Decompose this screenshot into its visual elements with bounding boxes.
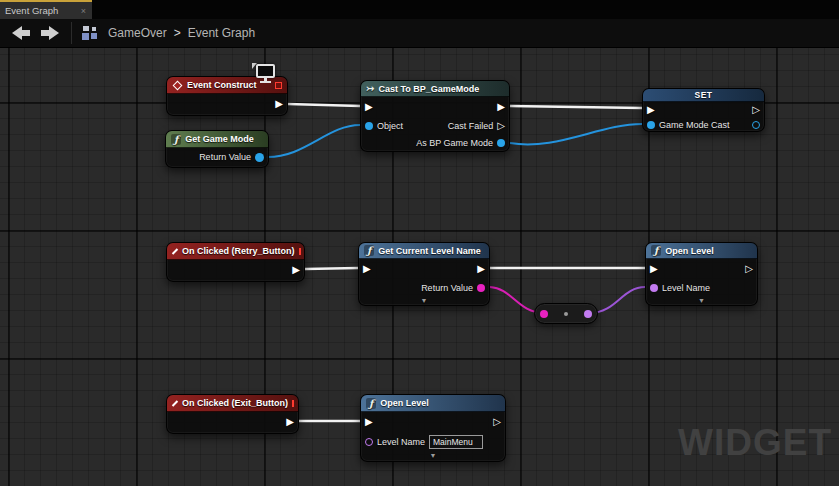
exec-in-pin[interactable]: ▶ [647, 105, 655, 115]
blueprint-icon [82, 26, 99, 41]
object-in-pin[interactable] [365, 122, 373, 130]
pin-label: Return Value [421, 283, 473, 293]
string-out-pin[interactable] [477, 284, 485, 292]
node-title: Get Game Mode [185, 134, 263, 144]
object-out-pin[interactable] [497, 139, 505, 147]
event-icon [172, 248, 178, 254]
node-title: Open Level [380, 398, 500, 408]
node-title: SET [694, 90, 712, 100]
exec-in-pin[interactable]: ▶ [363, 264, 371, 274]
pin-label: Object [377, 121, 403, 131]
collapse-arrow-icon[interactable]: ▼ [698, 297, 705, 305]
name-in-pin[interactable] [650, 284, 658, 292]
object-wire-getgamemode-cast[interactable] [266, 125, 360, 157]
chevron-right-icon: > [174, 26, 181, 40]
delegate-icon[interactable] [299, 248, 301, 255]
level-name-input[interactable] [429, 435, 483, 449]
node-title: Open Level [665, 246, 752, 256]
node-header: SET [643, 89, 764, 102]
node-open-level-retry[interactable]: ƒ Open Level ▶ ▷ Level Name ▼ [645, 242, 758, 306]
exec-in-pin[interactable]: ▶ [365, 417, 373, 427]
graph-toolbar: GameOver > Event Graph [0, 19, 839, 48]
tab-bar: Event Graph × [0, 0, 839, 19]
string-in-pin[interactable] [540, 310, 548, 318]
node-header: ↣ Cast To BP_GameMode [361, 81, 509, 97]
toolbar-divider [71, 22, 72, 44]
exec-wire-cast-set[interactable] [510, 106, 642, 108]
function-icon: ƒ [364, 245, 374, 256]
exec-in-pin[interactable]: ▶ [650, 264, 658, 274]
exec-out-pin[interactable]: ▶ [292, 265, 300, 275]
pin-label: Cast Failed [448, 121, 494, 131]
monitor-cursor-icon [252, 63, 278, 87]
collapse-arrow-icon[interactable]: ▼ [430, 452, 437, 460]
exec-out-pin[interactable]: ▶ [286, 417, 294, 427]
pin-label: Level Name [377, 437, 425, 447]
exec-out-pin[interactable]: ▶ [477, 264, 485, 274]
node-on-clicked-exit[interactable]: On Clicked (Exit_Button) ▶ [166, 394, 299, 434]
pin-label: Game Mode Cast [659, 120, 730, 130]
node-header: ƒ Open Level [361, 395, 505, 412]
exec-out-pin[interactable]: ▶ [275, 99, 283, 109]
node-set-game-mode-cast[interactable]: SET ▶ ▷ Game Mode Cast [642, 88, 765, 132]
node-open-level-exit[interactable]: ƒ Open Level ▶ ▷ Level Name ▼ [360, 394, 506, 462]
blueprint-editor: Event Construct ▶ ƒ Get Game Mode Return… [0, 0, 839, 486]
node-title: Get Current Level Name [378, 246, 484, 256]
node-header: On Clicked (Exit_Button) [167, 395, 298, 412]
pin-label: As BP Game Mode [416, 138, 493, 148]
breadcrumb-root[interactable]: GameOver [108, 26, 167, 40]
name-wire-reroute-levelname[interactable] [590, 287, 645, 313]
exec-out-pin[interactable]: ▷ [745, 264, 753, 274]
node-header: On Clicked (Retry_Button) [167, 243, 304, 260]
node-header: ƒ Get Game Mode [166, 131, 268, 148]
exec-out-pin[interactable]: ▶ [497, 102, 505, 112]
pin-label: Level Name [662, 283, 710, 293]
delegate-icon[interactable] [292, 400, 294, 407]
function-icon: ƒ [366, 398, 376, 409]
cast-failed-exec-pin[interactable]: ▷ [497, 121, 505, 131]
node-get-current-level-name[interactable]: ƒ Get Current Level Name ▶ ▶ Return Valu… [358, 242, 490, 306]
forward-icon[interactable] [40, 26, 59, 40]
exec-out-pin[interactable]: ▷ [493, 417, 501, 427]
exec-in-pin[interactable]: ▶ [365, 102, 373, 112]
tab-title: Event Graph [5, 5, 80, 16]
function-icon: ƒ [651, 245, 661, 256]
object-wire-cast-set[interactable] [510, 124, 642, 144]
exec-wire-construct-cast[interactable] [288, 104, 360, 106]
back-icon[interactable] [12, 26, 31, 40]
event-icon [172, 400, 178, 406]
collapse-arrow-icon[interactable]: ▼ [421, 297, 428, 305]
node-header: ƒ Get Current Level Name [359, 243, 489, 259]
node-cast-bp-gamemode[interactable]: ↣ Cast To BP_GameMode ▶ ▶ Object Cast Fa… [360, 80, 510, 152]
node-title: Cast To BP_GameMode [378, 84, 504, 94]
node-title: On Clicked (Exit_Button) [182, 398, 288, 408]
tab-event-graph[interactable]: Event Graph × [0, 0, 92, 19]
breadcrumb-current[interactable]: Event Graph [188, 26, 255, 40]
exec-wire-retry-getlevel[interactable] [305, 268, 358, 269]
object-out-pin[interactable] [752, 121, 760, 129]
string-to-name-conversion-node[interactable] [534, 303, 598, 324]
pin-label: Return Value [199, 152, 251, 162]
object-out-pin[interactable] [255, 153, 264, 162]
object-in-pin[interactable] [647, 121, 655, 129]
close-icon[interactable]: × [80, 6, 87, 16]
node-title: On Clicked (Retry_Button) [182, 246, 295, 256]
exec-out-pin[interactable]: ▷ [752, 105, 760, 115]
node-on-clicked-retry[interactable]: On Clicked (Retry_Button) ▶ [166, 242, 305, 282]
event-icon [173, 80, 183, 90]
node-get-game-mode[interactable]: ƒ Get Game Mode Return Value [165, 130, 269, 168]
name-out-pin[interactable] [584, 310, 592, 318]
name-in-pin[interactable] [365, 438, 373, 446]
node-header: ƒ Open Level [646, 243, 757, 259]
conversion-dot-icon [564, 312, 568, 316]
cast-icon: ↣ [366, 83, 374, 94]
function-icon: ƒ [171, 134, 181, 145]
